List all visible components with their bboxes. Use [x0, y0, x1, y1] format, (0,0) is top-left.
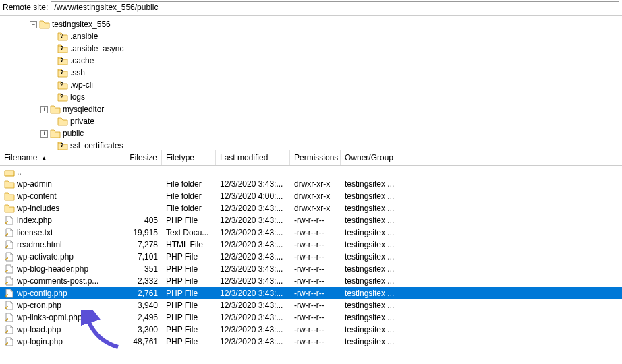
- file-modified: 12/3/2020 3:43:...: [216, 276, 290, 286]
- file-row[interactable]: wp-login.php48,761PHP File12/3/2020 3:43…: [0, 336, 622, 348]
- file-row[interactable]: ..: [0, 166, 622, 178]
- file-permissions: drwxr-xr-x: [290, 191, 341, 201]
- file-owner: testingsitex ...: [341, 276, 401, 286]
- column-header-modified[interactable]: Last modified: [216, 150, 290, 165]
- column-header-filesize[interactable]: Filesize: [128, 150, 162, 165]
- folder-icon: ?: [57, 32, 68, 41]
- column-header-owner[interactable]: Owner/Group: [341, 150, 401, 165]
- column-header-permissions[interactable]: Permissions: [290, 150, 341, 165]
- file-list-header: Filename▲ Filesize Filetype Last modifie…: [0, 150, 622, 166]
- file-row[interactable]: readme.html7,278HTML File12/3/2020 3:43:…: [0, 239, 622, 251]
- tree-item[interactable]: ?.wp-cli: [0, 79, 622, 91]
- file-permissions: -rw-r--r--: [290, 264, 341, 274]
- tree-item[interactable]: −testingsitex_556: [0, 18, 622, 30]
- file-icon: [4, 264, 15, 274]
- file-type: PHP File: [162, 252, 216, 262]
- file-name: license.txt: [17, 228, 53, 237]
- folder-icon: [50, 129, 61, 138]
- file-modified: 12/3/2020 3:43:...: [216, 252, 290, 262]
- file-icon: [4, 228, 15, 237]
- folder-icon: ?: [57, 44, 68, 53]
- file-size: 351: [128, 264, 162, 274]
- file-icon: [4, 313, 15, 322]
- file-size: 48,761: [128, 337, 162, 346]
- column-header-filename[interactable]: Filename▲: [0, 150, 128, 165]
- file-row[interactable]: wp-adminFile folder12/3/2020 3:43:...drw…: [0, 178, 622, 190]
- file-row[interactable]: index.php405PHP File12/3/2020 3:43:...-r…: [0, 214, 622, 226]
- file-owner: testingsitex ...: [341, 216, 401, 225]
- file-type: PHP File: [162, 276, 216, 286]
- file-modified: 12/3/2020 3:43:...: [216, 228, 290, 237]
- file-size: 3,300: [128, 325, 162, 334]
- file-row[interactable]: wp-activate.php7,101PHP File12/3/2020 3:…: [0, 251, 622, 263]
- tree-item[interactable]: +public: [0, 127, 622, 140]
- column-header-filetype[interactable]: Filetype: [162, 150, 216, 165]
- file-size: 405: [128, 216, 162, 225]
- file-name: wp-admin: [17, 179, 52, 189]
- file-owner: testingsitex ...: [341, 191, 401, 201]
- tree-item[interactable]: ?ssl_certificates: [0, 140, 622, 150]
- file-icon: [4, 252, 15, 262]
- tree-item[interactable]: ?.ssh: [0, 67, 622, 79]
- tree-item[interactable]: ?logs: [0, 91, 622, 103]
- tree-item[interactable]: +mysqleditor: [0, 103, 622, 115]
- file-owner: testingsitex ...: [341, 313, 401, 322]
- file-row[interactable]: wp-links-opml.php2,496PHP File12/3/2020 …: [0, 311, 622, 324]
- tree-expand-icon[interactable]: +: [40, 106, 48, 113]
- file-name: wp-activate.php: [17, 252, 74, 262]
- file-icon: [4, 204, 15, 213]
- remote-site-label: Remote site:: [3, 3, 48, 12]
- file-modified: 12/3/2020 3:43:...: [216, 204, 290, 213]
- file-permissions: -rw-r--r--: [290, 325, 341, 334]
- tree-item-label: .wp-cli: [70, 80, 93, 90]
- file-type: PHP File: [162, 216, 216, 225]
- file-row[interactable]: wp-cron.php3,940PHP File12/3/2020 3:43:.…: [0, 299, 622, 311]
- file-modified: 12/3/2020 3:43:...: [216, 179, 290, 189]
- tree-collapse-icon[interactable]: −: [30, 21, 37, 28]
- file-type: PHP File: [162, 301, 216, 310]
- file-type: File folder: [162, 191, 216, 201]
- folder-icon: [39, 20, 50, 29]
- file-modified: 12/3/2020 3:43:...: [216, 325, 290, 334]
- file-row[interactable]: wp-load.php3,300PHP File12/3/2020 3:43:.…: [0, 324, 622, 336]
- file-list[interactable]: ..wp-adminFile folder12/3/2020 3:43:...d…: [0, 166, 622, 348]
- file-name: wp-cron.php: [17, 301, 61, 310]
- tree-item[interactable]: private: [0, 115, 622, 127]
- tree-item-label: private: [70, 117, 94, 126]
- file-permissions: drwxr-xr-x: [290, 179, 341, 189]
- file-row[interactable]: wp-includesFile folder12/3/2020 3:43:...…: [0, 202, 622, 214]
- tree-expand-icon[interactable]: +: [40, 130, 48, 138]
- file-row[interactable]: license.txt19,915Text Docu...12/3/2020 3…: [0, 226, 622, 239]
- folder-icon: ?: [57, 92, 68, 102]
- file-icon: [4, 179, 15, 189]
- file-owner: testingsitex ...: [341, 337, 401, 346]
- directory-tree[interactable]: −testingsitex_556?.ansible?.ansible_asyn…: [0, 16, 622, 150]
- file-icon: [4, 301, 15, 310]
- folder-icon: ?: [57, 141, 68, 150]
- file-icon: [4, 240, 15, 249]
- file-icon: [4, 216, 15, 225]
- tree-item[interactable]: ?.ansible: [0, 30, 622, 42]
- file-type: PHP File: [162, 325, 216, 334]
- tree-item-label: mysqleditor: [63, 104, 104, 114]
- file-row[interactable]: wp-contentFile folder12/3/2020 4:00:...d…: [0, 190, 622, 202]
- file-type: PHP File: [162, 313, 216, 322]
- file-size: 7,278: [128, 240, 162, 249]
- file-type: Text Docu...: [162, 228, 216, 237]
- file-row[interactable]: wp-blog-header.php351PHP File12/3/2020 3…: [0, 263, 622, 275]
- file-size: 3,940: [128, 301, 162, 310]
- file-row[interactable]: wp-config.php2,761PHP File12/3/2020 3:43…: [0, 287, 622, 299]
- file-name: wp-login.php: [17, 337, 63, 346]
- tree-item[interactable]: ?.ansible_async: [0, 42, 622, 55]
- file-name: wp-links-opml.php: [17, 313, 82, 322]
- tree-item-label: public: [63, 129, 84, 138]
- file-modified: 12/3/2020 3:43:...: [216, 301, 290, 310]
- file-size: 7,101: [128, 252, 162, 262]
- file-row[interactable]: wp-comments-post.p...2,332PHP File12/3/2…: [0, 275, 622, 287]
- remote-path-input[interactable]: [51, 1, 619, 13]
- tree-item-label: logs: [70, 92, 85, 102]
- file-size: 2,761: [128, 289, 162, 298]
- file-owner: testingsitex ...: [341, 228, 401, 237]
- file-name: wp-content: [17, 191, 57, 201]
- tree-item[interactable]: ?.cache: [0, 55, 622, 67]
